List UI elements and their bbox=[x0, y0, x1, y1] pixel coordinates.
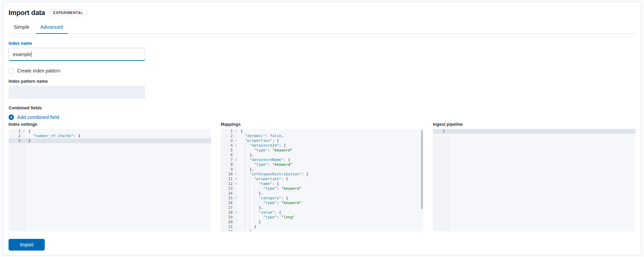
line-number: 15▾ bbox=[221, 196, 238, 201]
fold-arrow-icon[interactable]: ▾ bbox=[235, 138, 237, 143]
line-number: 9 bbox=[221, 167, 238, 172]
add-combined-field-row: + Add combined field bbox=[9, 114, 635, 120]
code-text: }, bbox=[238, 191, 263, 196]
fold-arrow-icon[interactable]: ▾ bbox=[235, 129, 237, 134]
code-text: "type": "keyword" bbox=[238, 186, 302, 191]
line-number: 1▾ bbox=[9, 129, 26, 134]
index-name-row: Index name example bbox=[9, 41, 635, 61]
index-settings-column: Index settings 1▾{2 "number_of_shards": … bbox=[9, 122, 211, 231]
index-pattern-name-input[interactable] bbox=[9, 86, 145, 99]
editor-vertical-scrollbar[interactable] bbox=[421, 130, 423, 209]
code-text: "category": { bbox=[238, 196, 288, 201]
line-number: 13 bbox=[221, 186, 238, 191]
code-line[interactable]: 3▾ "properties": { bbox=[221, 138, 423, 143]
tab-advanced[interactable]: Advanced bbox=[36, 21, 68, 34]
code-text: }, bbox=[238, 205, 263, 210]
code-line[interactable]: 14 }, bbox=[221, 191, 423, 196]
index-pattern-name-row: Index pattern name bbox=[9, 79, 635, 99]
code-line[interactable]: 16 "type": "keyword" bbox=[221, 201, 423, 205]
code-line[interactable]: 9 }, bbox=[221, 167, 423, 172]
line-number: 10▾ bbox=[221, 172, 238, 177]
index-pattern-name-label: Index pattern name bbox=[9, 79, 635, 84]
code-line[interactable]: 22 } bbox=[221, 229, 423, 231]
ingest-pipeline-label: Ingest pipeline bbox=[433, 122, 635, 127]
code-text: "type": "keyword" bbox=[238, 201, 302, 205]
code-line[interactable]: 20 } bbox=[221, 220, 423, 225]
code-line[interactable]: 12▾ "name": { bbox=[221, 181, 423, 186]
line-number: 20 bbox=[221, 220, 238, 225]
line-number: 19 bbox=[221, 215, 238, 220]
line-number: 12▾ bbox=[221, 181, 238, 186]
combined-fields-section: Combined fields + Add combined field bbox=[9, 106, 635, 120]
line-number: 11▾ bbox=[221, 177, 238, 181]
code-line[interactable]: 10▾ "infotypesDistribution": { bbox=[221, 172, 423, 177]
page-title: Import data bbox=[9, 9, 45, 17]
code-text: "infotypesDistribution": { bbox=[238, 172, 309, 177]
tabs-bar: Simple Advanced bbox=[9, 21, 635, 34]
import-button[interactable]: Import bbox=[9, 239, 45, 251]
code-line[interactable]: 18▾ "value": { bbox=[221, 210, 423, 215]
fold-arrow-icon[interactable]: ▾ bbox=[235, 196, 237, 201]
code-line[interactable]: 3} bbox=[9, 138, 211, 143]
fold-arrow-icon[interactable]: ▾ bbox=[235, 143, 237, 148]
page-header: Import data EXPERIMENTAL bbox=[9, 9, 635, 17]
index-name-label: Index name bbox=[9, 41, 635, 46]
line-number: 17 bbox=[221, 205, 238, 210]
code-line[interactable]: 19 "type": "long" bbox=[221, 215, 423, 220]
experimental-badge: EXPERIMENTAL bbox=[49, 10, 87, 16]
code-line[interactable]: 5 "type": "keyword" bbox=[221, 148, 423, 153]
line-number: 1 bbox=[433, 129, 450, 134]
code-line[interactable]: 2 "dynamic": false, bbox=[221, 134, 423, 138]
fold-arrow-icon[interactable]: ▾ bbox=[235, 158, 237, 162]
plus-circle-icon: + bbox=[9, 114, 14, 120]
code-text: "datastoreName": { bbox=[238, 158, 290, 162]
mappings-column: Mappings 1▾{2 "dynamic": false,3▾ "prope… bbox=[221, 122, 423, 231]
line-number: 3 bbox=[9, 138, 26, 143]
line-number: 3▾ bbox=[221, 138, 238, 143]
code-line[interactable]: 1▾{ bbox=[9, 129, 211, 134]
code-line[interactable]: 4▾ "datastoreId": { bbox=[221, 143, 423, 148]
create-index-pattern-row: Create index pattern bbox=[9, 68, 635, 73]
index-settings-label: Index settings bbox=[9, 122, 211, 127]
code-line[interactable]: 1 bbox=[433, 129, 635, 134]
index-settings-editor[interactable]: 1▾{2 "number_of_shards": 13} bbox=[9, 129, 211, 231]
index-name-input[interactable]: example bbox=[9, 48, 145, 61]
code-text: } bbox=[238, 229, 252, 231]
code-line[interactable]: 6 }, bbox=[221, 153, 423, 158]
import-data-panel: Import data EXPERIMENTAL Simple Advanced… bbox=[3, 2, 641, 255]
code-line[interactable]: 1▾{ bbox=[221, 129, 423, 134]
tab-simple[interactable]: Simple bbox=[9, 21, 34, 34]
code-text: } bbox=[238, 220, 261, 225]
fold-arrow-icon[interactable]: ▾ bbox=[235, 177, 237, 181]
index-name-value: example bbox=[13, 52, 31, 57]
code-text: "number_of_shards": 1 bbox=[26, 134, 80, 138]
line-number: 16 bbox=[221, 201, 238, 205]
code-line[interactable]: 7▾ "datastoreName": { bbox=[221, 158, 423, 162]
code-line[interactable]: 11▾ "properties": { bbox=[221, 177, 423, 181]
code-line[interactable]: 21 } bbox=[221, 225, 423, 229]
code-text: }, bbox=[238, 167, 254, 172]
code-text: } bbox=[238, 225, 256, 229]
fold-arrow-icon[interactable]: ▾ bbox=[235, 210, 237, 215]
code-text: "datastoreId": { bbox=[238, 143, 286, 148]
code-text: { bbox=[238, 129, 243, 134]
add-combined-field-link[interactable]: Add combined field bbox=[17, 114, 59, 120]
create-index-pattern-label: Create index pattern bbox=[17, 68, 60, 73]
fold-arrow-icon[interactable]: ▾ bbox=[23, 129, 25, 134]
editor-gutter bbox=[433, 129, 450, 231]
fold-arrow-icon[interactable]: ▾ bbox=[235, 172, 237, 177]
line-number: 22 bbox=[221, 229, 238, 231]
mappings-editor[interactable]: 1▾{2 "dynamic": false,3▾ "properties": {… bbox=[221, 129, 423, 231]
ingest-pipeline-editor[interactable]: 1 bbox=[433, 129, 635, 231]
code-line[interactable]: 2 "number_of_shards": 1 bbox=[9, 134, 211, 138]
code-line[interactable]: 8 "type": "keyword" bbox=[221, 162, 423, 167]
code-line[interactable]: 13 "type": "keyword" bbox=[221, 186, 423, 191]
line-number: 2 bbox=[9, 134, 26, 138]
code-line[interactable]: 15▾ "category": { bbox=[221, 196, 423, 201]
text-caret bbox=[31, 51, 32, 57]
fold-arrow-icon[interactable]: ▾ bbox=[235, 181, 237, 186]
mappings-label: Mappings bbox=[221, 122, 423, 127]
create-index-pattern-checkbox[interactable] bbox=[9, 68, 14, 73]
line-number: 5 bbox=[221, 148, 238, 153]
code-line[interactable]: 17 }, bbox=[221, 205, 423, 210]
